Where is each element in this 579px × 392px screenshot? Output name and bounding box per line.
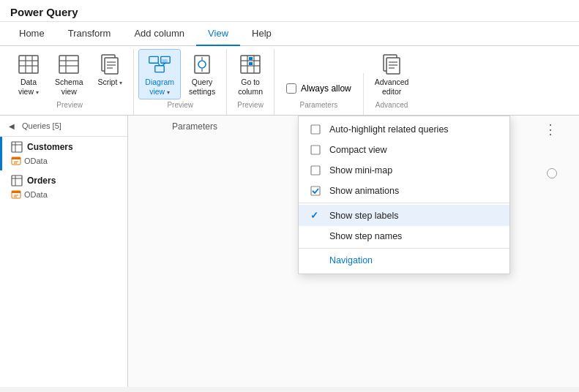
dropdown-compact-view[interactable]: Compact view	[299, 140, 509, 160]
tab-home[interactable]: Home	[7, 22, 56, 46]
advanced-editor-button[interactable]: Advancededitor	[368, 49, 416, 99]
group-label-preview3: Preview	[231, 99, 269, 112]
more-options-button[interactable]: ⋮	[544, 121, 557, 137]
dropdown-show-mini-map[interactable]: Show mini-map	[299, 160, 509, 181]
step-labels-check: ✓	[310, 210, 322, 221]
tab-bar: Home Transform Add column View Help	[0, 22, 579, 46]
group-label-parameters: Parameters	[279, 99, 359, 112]
svg-rect-10	[105, 58, 118, 74]
customers-query-sub: OData	[11, 156, 122, 166]
sidebar-header: ◀ Queries [5]	[0, 116, 127, 137]
circle-connector	[547, 168, 557, 178]
dropdown-navigation[interactable]: Navigation	[299, 250, 509, 271]
go-to-column-icon	[239, 53, 262, 76]
dropdown-auto-highlight[interactable]: Auto-highlight related queries	[299, 119, 509, 140]
dropdown-show-animations[interactable]: Show animations	[299, 181, 509, 201]
orders-query-sub: OData	[11, 189, 122, 200]
svg-rect-16	[155, 66, 164, 72]
ribbon-group-advanced: Advancededitor Advanced	[364, 49, 420, 115]
table-icon	[11, 141, 23, 153]
ribbon-buttons-advanced: Advancededitor	[368, 49, 416, 99]
schema-view-icon	[57, 53, 81, 76]
always-allow-row[interactable]: Always allow	[282, 80, 356, 97]
tab-add-column[interactable]: Add column	[122, 22, 196, 46]
ribbon: Dataview ▾ Schemaview	[0, 46, 579, 116]
sidebar: ◀ Queries [5] Customers ODat	[0, 116, 128, 387]
data-view-button[interactable]: Dataview ▾	[10, 49, 47, 99]
svg-rect-19	[163, 59, 168, 63]
svg-rect-58	[311, 166, 320, 175]
data-view-icon	[17, 53, 40, 76]
data-view-label: Dataview ▾	[18, 78, 39, 96]
script-button[interactable]: Script ▾	[91, 49, 130, 91]
navigation-check	[310, 255, 322, 265]
orders-query-title: Orders	[11, 175, 122, 186]
query-settings-icon	[190, 53, 214, 76]
go-to-column-label: Go tocolumn	[238, 78, 263, 96]
svg-rect-30	[249, 62, 253, 65]
svg-rect-36	[12, 142, 22, 152]
table-icon	[11, 175, 23, 186]
ribbon-buttons-column: Go tocolumn	[231, 49, 269, 99]
script-label: Script ▾	[98, 78, 123, 87]
svg-rect-57	[311, 146, 320, 154]
sidebar-item-orders[interactable]: Orders OData	[0, 170, 127, 204]
diagram-view-icon	[148, 53, 171, 76]
tab-transform[interactable]: Transform	[56, 22, 123, 46]
svg-rect-59	[311, 186, 320, 195]
always-allow-label: Always allow	[301, 83, 351, 94]
ribbon-group-preview: Dataview ▾ Schemaview	[6, 49, 134, 115]
schema-view-label: Schemaview	[55, 78, 83, 96]
dropdown-divider	[299, 203, 509, 203]
svg-rect-29	[249, 57, 253, 60]
tab-help[interactable]: Help	[240, 22, 283, 46]
dropdown-show-step-names[interactable]: Show step names	[299, 226, 509, 246]
dropdown-divider2	[299, 248, 509, 249]
compact-view-check	[310, 145, 322, 155]
svg-rect-43	[12, 176, 22, 186]
dropdown-menu: Auto-highlight related queries Compact v…	[298, 116, 510, 274]
script-icon	[98, 53, 122, 76]
ribbon-group-parameters: Always allow Parameters	[274, 73, 364, 115]
customers-query-title: Customers	[11, 141, 122, 153]
group-label-advanced: Advanced	[368, 99, 416, 112]
sidebar-title: Queries [5]	[22, 121, 61, 130]
sidebar-item-customers[interactable]: Customers OData	[0, 137, 127, 170]
group-label-preview: Preview	[10, 99, 129, 112]
ribbon-group-column: Go tocolumn Preview	[227, 49, 274, 115]
parameters-label: Parameters	[172, 121, 217, 132]
ribbon-buttons-preview: Dataview ▾ Schemaview	[10, 49, 129, 99]
app-title: Power Query	[10, 6, 78, 18]
svg-rect-56	[311, 125, 320, 134]
title-bar: Power Query	[0, 0, 579, 22]
svg-rect-40	[12, 157, 20, 159]
mini-map-check	[310, 165, 322, 176]
query-settings-label: Querysettings	[189, 78, 215, 96]
svg-rect-14	[149, 56, 158, 63]
auto-highlight-check	[310, 124, 322, 135]
odata-icon	[11, 189, 21, 200]
odata-icon	[11, 156, 21, 166]
ribbon-buttons-diagram: Diagramview ▾ Querysettings	[138, 49, 222, 99]
go-to-column-button[interactable]: Go tocolumn	[231, 49, 269, 99]
ribbon-group-diagram: Diagramview ▾ Querysettings Preview	[134, 49, 227, 115]
sidebar-collapse-button[interactable]: ◀	[6, 120, 18, 132]
step-names-check	[310, 231, 322, 241]
schema-view-button[interactable]: Schemaview	[48, 49, 90, 99]
diagram-view-button[interactable]: Diagramview ▾	[138, 49, 181, 99]
tab-view[interactable]: View	[196, 22, 240, 46]
advanced-editor-icon	[380, 53, 403, 76]
diagram-view-label: Diagramview ▾	[145, 78, 174, 96]
query-settings-button[interactable]: Querysettings	[182, 49, 222, 99]
main-area: ◀ Queries [5] Customers ODat	[0, 116, 579, 387]
animations-check	[310, 186, 322, 196]
dropdown-show-step-labels[interactable]: ✓ Show step labels	[299, 205, 509, 226]
svg-rect-5	[59, 56, 78, 73]
always-allow-checkbox[interactable]	[286, 83, 296, 94]
advanced-editor-label: Advancededitor	[375, 78, 409, 96]
svg-rect-32	[386, 58, 400, 74]
group-label-preview2: Preview	[138, 99, 222, 112]
diagram-area: Parameters ⋮ Remove duplicates	[128, 116, 579, 387]
svg-point-21	[198, 61, 206, 68]
svg-rect-0	[19, 56, 38, 73]
